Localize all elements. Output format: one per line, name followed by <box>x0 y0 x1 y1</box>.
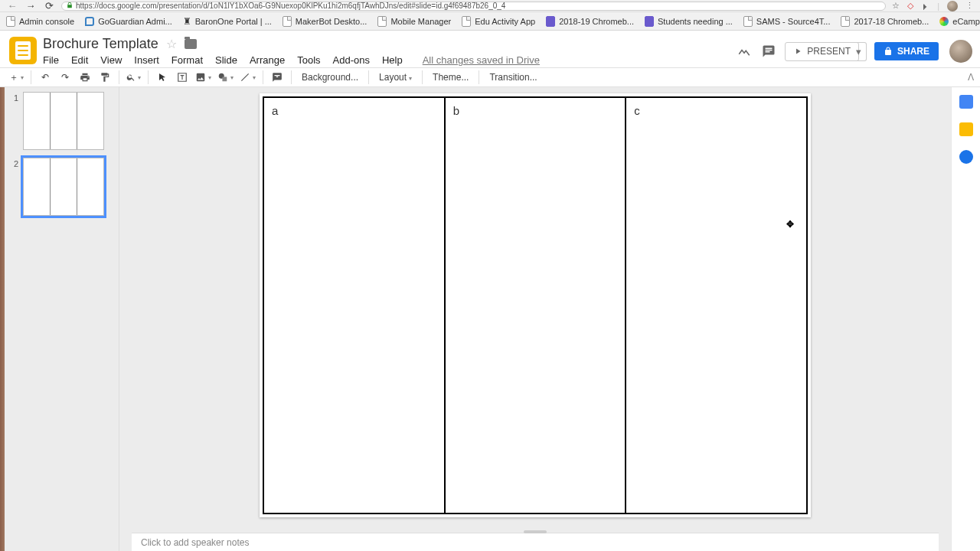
side-panel <box>951 87 980 551</box>
menu-view[interactable]: View <box>100 54 122 66</box>
lock-icon <box>884 47 893 56</box>
textbox-tool[interactable] <box>174 69 191 86</box>
bookmark-item[interactable]: GoGuardian Admi... <box>85 17 172 26</box>
present-button[interactable]: PRESENT <box>785 42 859 61</box>
ext-divider: | <box>937 2 939 11</box>
page-icon <box>283 16 292 27</box>
account-avatar[interactable] <box>949 40 972 63</box>
menu-arrange[interactable]: Arrange <box>250 54 285 66</box>
speaker-notes[interactable]: Click to add speaker notes <box>132 533 939 551</box>
tasks-icon[interactable] <box>959 150 973 164</box>
slide-canvas[interactable]: a b c ✥ <box>260 93 811 517</box>
menu-help[interactable]: Help <box>382 54 403 66</box>
ext-icon-1[interactable]: ◇ <box>907 1 913 11</box>
baron-icon: ♜ <box>183 16 191 27</box>
back-button: ← <box>6 0 18 11</box>
page-icon <box>377 16 387 27</box>
bookmark-item[interactable]: Mobile Manager <box>377 16 451 27</box>
url-bar[interactable]: https://docs.google.com/presentation/d/1… <box>61 2 886 11</box>
browser-nav-bar: ← → ⟳ https://docs.google.com/presentati… <box>0 0 980 12</box>
share-button[interactable]: SHARE <box>874 42 939 60</box>
menu-insert[interactable]: Insert <box>134 54 159 66</box>
collapse-toolbar-icon[interactable]: ᐱ <box>968 72 974 83</box>
menu-addons[interactable]: Add-ons <box>333 54 370 66</box>
bookmark-item[interactable]: Admin console <box>6 16 74 27</box>
forward-button[interactable]: → <box>24 0 37 11</box>
transition-button[interactable]: Transition... <box>485 72 541 83</box>
svg-rect-1 <box>222 77 227 81</box>
shape-tool[interactable] <box>216 69 235 86</box>
save-status[interactable]: All changes saved in Drive <box>423 54 540 66</box>
bookmark-item[interactable]: ♜BaronOne Portal | ... <box>183 16 272 27</box>
table-cell-c[interactable]: c ✥ <box>626 98 806 513</box>
profile-avatar-icon[interactable] <box>947 1 958 11</box>
paint-format-button[interactable] <box>96 69 113 86</box>
activity-icon[interactable] <box>736 43 753 60</box>
lock-icon <box>67 2 73 10</box>
reload-button[interactable]: ⟳ <box>43 0 55 11</box>
calendar-icon[interactable] <box>959 95 973 109</box>
page-icon <box>6 16 15 27</box>
bookmark-item[interactable]: eCampus: Home <box>939 17 980 26</box>
page-icon <box>462 16 471 27</box>
star-icon[interactable]: ☆ <box>892 1 900 11</box>
theme-button[interactable]: Theme... <box>428 72 473 83</box>
slide-thumbnail-1[interactable] <box>23 92 104 150</box>
bookmark-item[interactable]: MakerBot Deskto... <box>283 16 368 27</box>
menu-format[interactable]: Format <box>172 54 203 66</box>
print-button[interactable] <box>77 69 93 86</box>
undo-button[interactable]: ↶ <box>37 69 54 86</box>
ecampus-icon <box>939 17 949 26</box>
slide-thumbnail-2[interactable] <box>23 158 104 216</box>
goguardian-icon <box>85 17 94 26</box>
move-cursor-icon: ✥ <box>786 219 794 230</box>
page-icon <box>841 16 850 27</box>
document-title[interactable]: Brochure Template <box>43 36 158 52</box>
keep-icon[interactable] <box>959 122 973 136</box>
notes-placeholder: Click to add speaker notes <box>141 537 249 548</box>
bookmarks-bar: Admin console GoGuardian Admi... ♜BaronO… <box>0 12 980 31</box>
present-dropdown[interactable]: ▾ <box>851 42 867 61</box>
thumb-number: 2 <box>11 158 18 216</box>
redo-button[interactable]: ↷ <box>57 69 74 86</box>
chrome-menu-icon[interactable]: ⋮ <box>965 1 974 11</box>
star-icon[interactable]: ☆ <box>166 37 177 51</box>
ext-icon-2[interactable]: ⏵ <box>921 2 929 11</box>
comments-icon[interactable] <box>760 43 777 60</box>
bookmark-item[interactable]: 2018-19 Chromeb... <box>546 16 634 27</box>
select-tool[interactable] <box>154 69 171 86</box>
sheets-icon <box>546 16 555 27</box>
url-text: https://docs.google.com/presentation/d/1… <box>76 2 505 10</box>
table-cell-b[interactable]: b <box>446 98 627 513</box>
slides-logo-icon[interactable] <box>9 37 37 64</box>
menu-edit[interactable]: Edit <box>71 54 88 66</box>
background-button[interactable]: Background... <box>297 72 363 83</box>
menu-file[interactable]: File <box>43 54 59 66</box>
svg-line-2 <box>241 73 248 80</box>
table-cell-a[interactable]: a <box>264 98 446 513</box>
line-tool[interactable] <box>238 69 257 86</box>
notes-resize-handle[interactable] <box>524 530 547 533</box>
bookmark-item[interactable]: SAMS - Source4T... <box>743 16 831 27</box>
image-tool[interactable] <box>194 69 213 86</box>
bookmark-item[interactable]: 2017-18 Chromeb... <box>841 16 929 27</box>
bookmark-item[interactable]: Students needing ... <box>645 16 733 27</box>
slide-table[interactable]: a b c ✥ <box>263 96 808 514</box>
menu-bar: File Edit View Insert Format Slide Arran… <box>43 54 736 66</box>
comment-button[interactable] <box>269 69 286 86</box>
main-area: 1 2 a b c ✥ C <box>0 87 980 551</box>
menu-tools[interactable]: Tools <box>297 54 320 66</box>
layout-button[interactable]: Layout <box>374 72 416 83</box>
filmstrip: 1 2 <box>5 87 119 551</box>
new-slide-button[interactable]: ＋ <box>8 69 25 86</box>
canvas-area: a b c ✥ Click to add speaker notes <box>119 87 951 551</box>
thumb-number: 1 <box>11 92 18 150</box>
browser-right-icons: ☆ ◇ ⏵ | ⋮ <box>892 1 974 11</box>
app-header: Brochure Template ☆ File Edit View Inser… <box>0 31 980 67</box>
page-icon <box>743 16 753 27</box>
play-icon <box>793 47 802 56</box>
move-folder-icon[interactable] <box>185 39 197 49</box>
bookmark-item[interactable]: Edu Activity App <box>462 16 535 27</box>
menu-slide[interactable]: Slide <box>215 54 237 66</box>
zoom-button[interactable] <box>125 69 142 86</box>
